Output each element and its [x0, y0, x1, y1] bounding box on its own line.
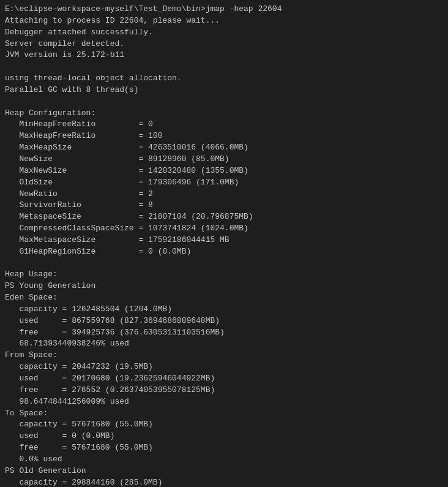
terminal-output: E:\eclipse-workspace-myself\Test_Demo\bi…: [5, 4, 443, 487]
terminal-window: E:\eclipse-workspace-myself\Test_Demo\bi…: [0, 0, 448, 487]
